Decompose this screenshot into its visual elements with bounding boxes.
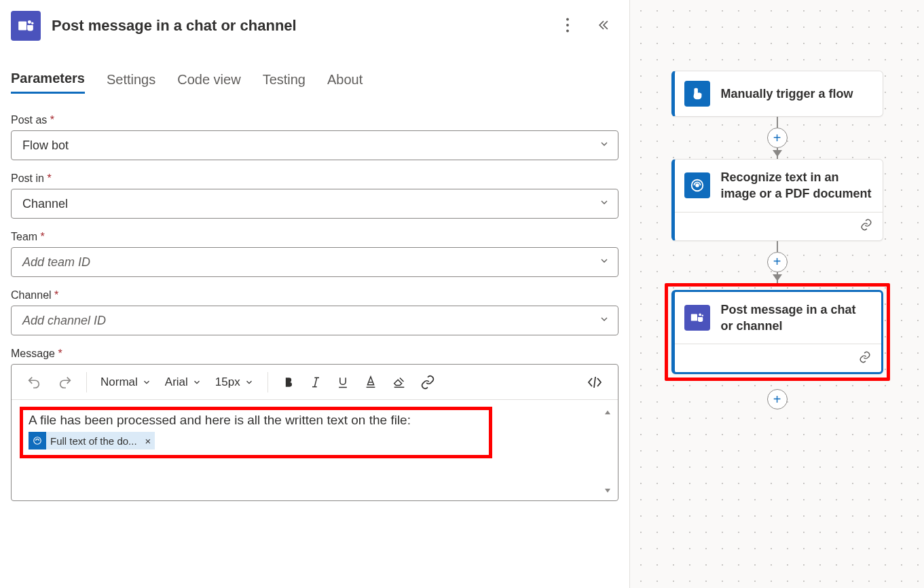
svg-point-5 (566, 29, 569, 32)
panel-title: Post message in a chat or channel (52, 17, 552, 35)
node-title: Post message in a chat or channel (721, 301, 872, 335)
tab-code-view[interactable]: Code view (177, 71, 240, 94)
chevron-down-icon (599, 314, 610, 328)
teams-icon (11, 11, 41, 41)
undo-button[interactable] (21, 371, 47, 394)
field-post-in: Post in * Channel (11, 172, 618, 219)
bold-button[interactable] (276, 371, 301, 393)
required-indicator: * (50, 114, 54, 126)
channel-placeholder: Add channel ID (22, 314, 106, 328)
svg-point-3 (566, 18, 569, 20)
paragraph-style-select[interactable]: Normal (95, 371, 157, 393)
dynamic-content-token[interactable]: Full text of the do... × (29, 432, 155, 449)
ai-icon (684, 172, 710, 198)
flow-canvas[interactable]: Manually trigger a flow + Recognize text… (630, 0, 924, 588)
tab-settings[interactable]: Settings (107, 71, 155, 94)
required-indicator: * (47, 172, 51, 184)
separator (86, 372, 87, 392)
channel-select[interactable]: Add channel ID (11, 306, 618, 335)
tab-testing[interactable]: Testing (263, 71, 306, 94)
svg-point-2 (31, 22, 33, 24)
svg-line-13 (594, 377, 595, 388)
svg-point-14 (34, 437, 41, 445)
annotation-highlight: A file has been processed and here is al… (20, 407, 492, 458)
flow-node-recognize-text[interactable]: Recognize text in an image or a PDF docu… (671, 159, 883, 241)
team-select[interactable]: Add team ID (11, 247, 618, 277)
italic-button[interactable] (303, 371, 328, 393)
connector: + (767, 117, 788, 159)
add-step-button[interactable]: + (767, 128, 788, 148)
add-step-button[interactable]: + (767, 252, 788, 272)
more-button[interactable] (563, 15, 572, 37)
touch-icon (684, 81, 710, 107)
chevron-down-icon (599, 139, 610, 153)
post-as-label: Post as (11, 114, 47, 126)
svg-line-8 (314, 378, 316, 386)
arrow-down-icon (773, 272, 782, 284)
post-as-value: Flow bot (22, 139, 69, 153)
node-title: Recognize text in an image or a PDF docu… (721, 169, 873, 202)
arrow-down-icon (773, 147, 782, 160)
message-label: Message (11, 348, 55, 359)
field-channel: Channel * Add channel ID (11, 289, 618, 335)
connector: + (767, 241, 788, 283)
team-label: Team (11, 231, 37, 242)
node-title: Manually trigger a flow (721, 86, 853, 102)
header-actions (563, 15, 613, 37)
collapse-button[interactable] (594, 16, 613, 37)
field-message: Message * Normal Arial 15px (11, 348, 618, 501)
underline-button[interactable] (331, 371, 355, 393)
link-icon (858, 350, 872, 367)
post-in-select[interactable]: Channel (11, 189, 618, 219)
field-post-as: Post as * Flow bot (11, 114, 618, 160)
highlight-button[interactable] (386, 371, 412, 394)
link-button[interactable] (415, 371, 441, 394)
annotation-highlight: Post message in a chat or channel (665, 283, 890, 382)
svg-rect-0 (18, 22, 26, 31)
scroll-indicator (603, 408, 612, 495)
team-placeholder: Add team ID (22, 255, 90, 270)
token-label: Full text of the do... (46, 435, 141, 447)
tab-parameters[interactable]: Parameters (11, 71, 85, 94)
post-in-value: Channel (22, 197, 68, 211)
svg-point-19 (701, 314, 703, 316)
font-size-select[interactable]: 15px (210, 371, 259, 393)
remove-token-button[interactable]: × (141, 435, 155, 447)
flow-column: Manually trigger a flow + Recognize text… (665, 71, 890, 409)
tab-bar: Parameters Settings Code view Testing Ab… (11, 71, 618, 94)
message-text: A file has been processed and here is al… (29, 413, 483, 428)
panel-header: Post message in a chat or channel (11, 7, 618, 54)
message-editor: Normal Arial 15px A file has been proces… (11, 364, 618, 501)
flow-node-trigger[interactable]: Manually trigger a flow (671, 71, 883, 117)
chevron-down-icon (599, 255, 610, 270)
svg-point-18 (699, 313, 701, 316)
post-as-select[interactable]: Flow bot (11, 130, 618, 160)
teams-icon (684, 305, 710, 331)
svg-point-1 (28, 20, 31, 24)
add-step-button[interactable]: + (767, 389, 788, 409)
svg-point-16 (696, 184, 699, 187)
field-team: Team * Add team ID (11, 231, 618, 277)
redo-button[interactable] (52, 371, 78, 394)
code-view-button[interactable] (581, 371, 608, 393)
required-indicator: * (54, 289, 58, 301)
post-in-label: Post in (11, 172, 44, 184)
font-color-button[interactable] (358, 371, 384, 394)
tab-about[interactable]: About (327, 71, 363, 94)
separator (267, 372, 268, 392)
editor-body[interactable]: A file has been processed and here is al… (12, 400, 618, 500)
chevron-down-icon (599, 197, 610, 211)
flow-node-post-message[interactable]: Post message in a chat or channel (671, 290, 883, 375)
config-panel: Post message in a chat or channel Parame… (0, 0, 630, 588)
ai-icon (29, 432, 46, 449)
link-icon (860, 218, 873, 234)
channel-label: Channel (11, 289, 52, 301)
svg-rect-17 (690, 314, 697, 320)
font-family-select[interactable]: Arial (160, 371, 207, 393)
required-indicator: * (58, 348, 62, 359)
editor-toolbar: Normal Arial 15px (12, 365, 618, 400)
required-indicator: * (41, 231, 45, 242)
svg-point-4 (566, 24, 569, 26)
